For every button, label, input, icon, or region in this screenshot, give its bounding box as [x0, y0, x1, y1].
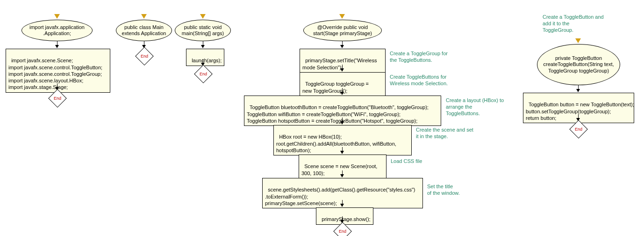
- arrow-head-icon: [340, 68, 344, 72]
- ellipse-text: @Override public void start(Stage primar…: [307, 24, 379, 37]
- rect-text: primaryStage.setTitle("Wireless mode Sel…: [302, 58, 377, 70]
- entry-arrow-icon: [339, 14, 345, 19]
- rect-text: Scene scene = new Scene(root, 300, 100);: [301, 163, 377, 176]
- rect-text: scene.getStylesheets().add(getClass().ge…: [265, 187, 415, 206]
- ellipse-text: private ToggleButton createToggleButton(…: [540, 55, 617, 74]
- end-label: End: [54, 96, 61, 101]
- entry-arrow-icon: [575, 38, 581, 43]
- arrow-head-icon: [55, 45, 59, 48]
- entry-arrow-icon: [54, 14, 60, 19]
- arrow-head-icon: [576, 89, 580, 92]
- rect-text: ToggleButton bluetoothButton = createTog…: [247, 104, 429, 124]
- ellipse-main-method: public static void main(String[] args): [175, 20, 231, 41]
- arrow-head-icon: [340, 151, 344, 154]
- ellipse-create-toggle-method: private ToggleButton createToggleButton(…: [537, 44, 620, 85]
- ellipse-text: public static void main(String[] args): [178, 24, 228, 37]
- entry-arrow-icon: [141, 14, 147, 19]
- rect-show: primaryStage.show();: [316, 207, 373, 225]
- comment-toggle-buttons: Create ToggleButtons for Wireless mode S…: [390, 74, 448, 87]
- ellipse-text: public class Main extends Application: [119, 24, 169, 37]
- comment-title: Set the title of the window.: [427, 184, 460, 197]
- arrow-head-icon: [340, 204, 344, 207]
- comment-scene: Create the scene and set it in the stage…: [416, 127, 473, 140]
- rect-text: HBox root = new HBox(10); root.getChildr…: [276, 134, 396, 153]
- arrow-head-icon: [340, 45, 344, 48]
- arrow-head-icon: [340, 92, 344, 95]
- comment-layout: Create a layout (HBox) to arrange the To…: [446, 97, 504, 117]
- rect-text: import javafx.scene.Scene; import javafx…: [8, 58, 102, 90]
- comment-css: Load CSS file: [391, 158, 422, 165]
- ellipse-class-main: public class Main extends Application: [116, 20, 172, 41]
- rect-text: launch(args);: [192, 58, 222, 63]
- end-label: End: [141, 54, 148, 59]
- ellipse-start-method: @Override public void start(Stage primar…: [303, 20, 382, 41]
- comment-toggle-group: Create a ToggleGroup for the ToggleButto…: [390, 51, 448, 64]
- arrow-head-icon: [340, 174, 344, 177]
- rect-text: ToggleGroup toggleGroup = new ToggleGrou…: [302, 81, 369, 93]
- end-label: End: [339, 229, 346, 234]
- rect-launch: launch(args);: [186, 49, 224, 66]
- rect-text: primaryStage.show();: [322, 216, 371, 222]
- rect-imports: import javafx.scene.Scene; import javafx…: [6, 49, 110, 93]
- arrow-head-icon: [201, 45, 205, 48]
- end-label: End: [575, 127, 582, 132]
- ellipse-text: import javafx.application .Application;: [25, 24, 89, 37]
- ellipse-import-application: import javafx.application .Application;: [21, 20, 93, 41]
- end-node: End: [194, 65, 213, 83]
- entry-arrow-icon: [200, 14, 206, 19]
- comment-create-toggle: Create a ToggleButton and add it to the …: [543, 14, 604, 33]
- end-node: End: [135, 47, 154, 66]
- end-label: End: [200, 72, 207, 76]
- arrow-head-icon: [340, 121, 344, 125]
